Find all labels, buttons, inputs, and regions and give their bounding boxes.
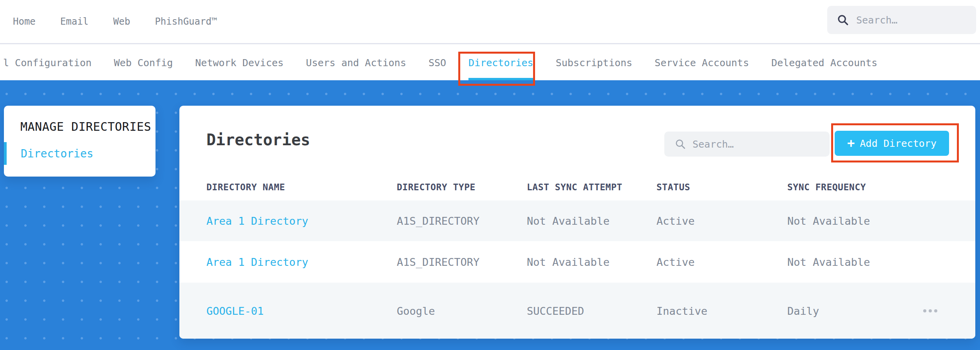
sync-frequency-value: Not Available (787, 215, 870, 227)
screen: Home Email Web PhishGuard™ l Configurati… (0, 0, 980, 350)
search-icon (674, 138, 686, 150)
sync-frequency-value: Not Available (787, 256, 870, 268)
sidebar-active-indicator (4, 142, 7, 165)
tab-directories[interactable]: Directories (468, 45, 533, 80)
page-title: Directories (206, 131, 310, 149)
table-row: Area 1 Directory A1S_DIRECTORY Not Avail… (179, 241, 975, 283)
top-nav-email[interactable]: Email (60, 16, 89, 27)
directory-link[interactable]: Area 1 Directory (206, 256, 308, 268)
add-directory-label: Add Directory (860, 138, 937, 149)
tab-sso[interactable]: SSO (429, 45, 446, 80)
search-icon (837, 14, 849, 26)
secondary-nav: l Configuration Web Config Network Devic… (0, 45, 980, 80)
top-nav-phishguard[interactable]: PhishGuard™ (155, 16, 217, 27)
status-value: Active (656, 215, 695, 227)
sidebar-card: MANAGE DIRECTORIES Directories (4, 106, 155, 177)
directories-panel: Directories + Add Directory DIRECTORY NA… (179, 106, 975, 339)
col-directory-type: DIRECTORY TYPE (397, 182, 476, 192)
row-actions-menu-icon[interactable] (923, 309, 937, 312)
col-sync-frequency: SYNC FREQUENCY (787, 182, 866, 192)
top-nav: Home Email Web PhishGuard™ (13, 16, 217, 27)
tab-service-accounts[interactable]: Service Accounts (655, 45, 749, 80)
tab-network-devices[interactable]: Network Devices (195, 45, 284, 80)
sidebar-item-directories[interactable]: Directories (21, 147, 93, 160)
tab-delegated-accounts[interactable]: Delegated Accounts (771, 45, 877, 80)
table-row: Area 1 Directory A1S_DIRECTORY Not Avail… (179, 200, 975, 241)
top-nav-web[interactable]: Web (113, 16, 130, 27)
sidebar-heading: MANAGE DIRECTORIES (20, 120, 151, 134)
directory-type-value: A1S_DIRECTORY (397, 256, 479, 268)
table-row: GOOGLE-01 Google SUCCEEDED Inactive Dail… (179, 283, 975, 339)
directory-type-value: A1S_DIRECTORY (397, 215, 479, 227)
tab-email-configuration[interactable]: l Configuration (3, 45, 92, 80)
directory-link[interactable]: Area 1 Directory (206, 215, 308, 227)
top-nav-home[interactable]: Home (13, 16, 36, 27)
status-value: Inactive (656, 305, 707, 317)
sync-frequency-value: Daily (787, 305, 819, 317)
global-search-input[interactable] (856, 14, 954, 26)
col-last-sync-attempt: LAST SYNC ATTEMPT (527, 182, 622, 192)
col-status: STATUS (656, 182, 690, 192)
col-directory-name: DIRECTORY NAME (206, 182, 285, 192)
tab-subscriptions[interactable]: Subscriptions (556, 45, 633, 80)
last-sync-value: Not Available (527, 215, 609, 227)
status-value: Active (656, 256, 695, 268)
directory-link[interactable]: GOOGLE-01 (206, 305, 264, 317)
directories-search-input[interactable] (693, 139, 810, 150)
top-nav-bar: Home Email Web PhishGuard™ (0, 0, 980, 44)
last-sync-value: Not Available (527, 256, 609, 268)
tab-web-config[interactable]: Web Config (114, 45, 173, 80)
add-directory-button[interactable]: + Add Directory (835, 131, 949, 156)
global-search-box[interactable] (827, 6, 976, 34)
last-sync-value: SUCCEEDED (527, 305, 584, 317)
directories-search-box[interactable] (664, 132, 830, 157)
tab-users-and-actions[interactable]: Users and Actions (306, 45, 406, 80)
table-header-row: DIRECTORY NAME DIRECTORY TYPE LAST SYNC … (179, 182, 975, 195)
content-background: MANAGE DIRECTORIES Directories Directori… (0, 80, 980, 350)
directory-type-value: Google (397, 305, 435, 317)
plus-icon: + (847, 137, 855, 149)
